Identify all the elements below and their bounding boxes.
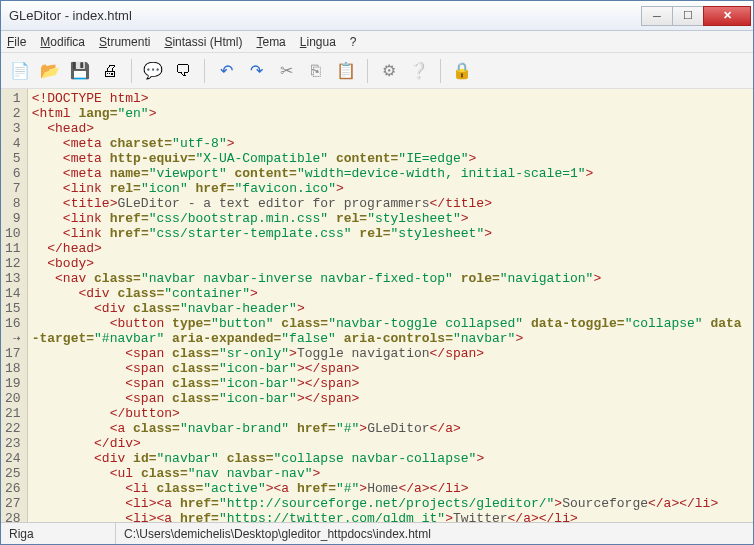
- status-line-label: Riga: [1, 523, 116, 544]
- toolbar-separator: [367, 59, 368, 83]
- menu-strumenti[interactable]: Strumenti: [99, 35, 150, 49]
- toolbar-separator: [131, 59, 132, 83]
- menu-modifica[interactable]: Modifica: [40, 35, 85, 49]
- code-editor[interactable]: 1 2 3 4 5 6 7 8 9 10 11 12 13 14 15 16 ⇢…: [1, 89, 753, 522]
- menu-sintassi-html-[interactable]: Sintassi (Html): [164, 35, 242, 49]
- comment-add-icon[interactable]: 💬: [140, 58, 166, 84]
- maximize-button[interactable]: ☐: [672, 6, 704, 26]
- toolbar: 📄📂💾🖨💬🗨↶↷✂⎘📋⚙❔🔒: [1, 53, 753, 89]
- save-icon[interactable]: 💾: [67, 58, 93, 84]
- redo-icon[interactable]: ↷: [243, 58, 269, 84]
- status-filepath: C:\Users\demichelis\Desktop\gleditor_htt…: [116, 523, 753, 544]
- close-button[interactable]: ✕: [703, 6, 751, 26]
- statusbar: Riga C:\Users\demichelis\Desktop\gledito…: [1, 522, 753, 544]
- window-title: GLeDitor - index.html: [9, 8, 642, 23]
- help-icon[interactable]: ❔: [406, 58, 432, 84]
- menu-tema[interactable]: Tema: [256, 35, 285, 49]
- window-buttons: ─ ☐ ✕: [642, 6, 751, 26]
- lock-icon[interactable]: 🔒: [449, 58, 475, 84]
- titlebar: GLeDitor - index.html ─ ☐ ✕: [1, 1, 753, 31]
- menu--[interactable]: ?: [350, 35, 357, 49]
- undo-icon[interactable]: ↶: [213, 58, 239, 84]
- menu-lingua[interactable]: Lingua: [300, 35, 336, 49]
- paste-icon[interactable]: 📋: [333, 58, 359, 84]
- menubar: FileModificaStrumentiSintassi (Html)Tema…: [1, 31, 753, 53]
- comment-remove-icon[interactable]: 🗨: [170, 58, 196, 84]
- menu-file[interactable]: File: [7, 35, 26, 49]
- cut-icon[interactable]: ✂: [273, 58, 299, 84]
- new-file-icon[interactable]: 📄: [7, 58, 33, 84]
- open-folder-icon[interactable]: 📂: [37, 58, 63, 84]
- settings-icon[interactable]: ⚙: [376, 58, 402, 84]
- toolbar-separator: [204, 59, 205, 83]
- minimize-button[interactable]: ─: [641, 6, 673, 26]
- code-area[interactable]: <!DOCTYPE html> <html lang="en"> <head> …: [28, 89, 753, 522]
- copy-icon[interactable]: ⎘: [303, 58, 329, 84]
- print-icon[interactable]: 🖨: [97, 58, 123, 84]
- toolbar-separator: [440, 59, 441, 83]
- line-gutter: 1 2 3 4 5 6 7 8 9 10 11 12 13 14 15 16 ⇢…: [1, 89, 28, 522]
